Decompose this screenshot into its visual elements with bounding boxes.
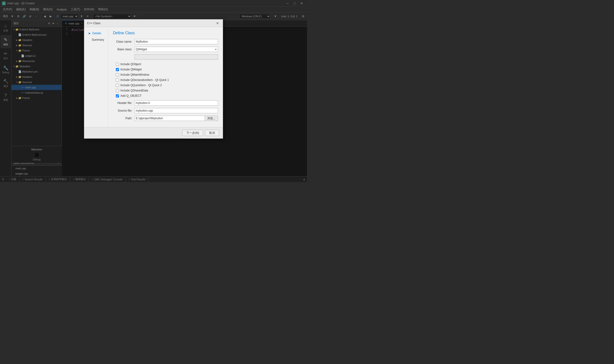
header-file-label: Header file: [113, 101, 135, 105]
checkbox-qmainwindow-label: Include QMainWindow [120, 73, 149, 76]
nav-summary-label: Summary [92, 38, 104, 41]
checkbox-qdeclarative: Include QDeclarativeItem - Qt Quick 1 [114, 78, 217, 82]
checkbox-qshareddata-input[interactable] [116, 89, 119, 92]
dialog-titlebar: C++ Class ✕ [84, 19, 223, 27]
checkbox-qmainwindow-input[interactable] [116, 73, 119, 76]
dialog-title: C++ Class [87, 22, 215, 25]
source-file-label: Source file: [113, 109, 135, 112]
cancel-button[interactable]: 取消 [205, 130, 219, 136]
checkbox-qwidget-input[interactable] [116, 68, 119, 71]
base-class-label: Base class: [113, 48, 135, 51]
path-label: Path: [113, 117, 135, 120]
class-name-label: Class name: [113, 40, 135, 43]
checkbox-qmainwindow: Include QMainWindow [114, 73, 217, 76]
dialog-nav-summary[interactable]: Summary [84, 37, 108, 43]
checkbox-qobject: Include QObject [114, 63, 217, 66]
nav-arrow-icon: ➤ [88, 31, 91, 35]
base-class-row: Base class: QWidget QObject QMainWindow … [113, 47, 218, 52]
cpp-class-dialog: C++ Class ✕ ➤ Details Summary Define Cla… [84, 19, 223, 139]
dialog-section-title: Define Class [113, 31, 218, 35]
dialog-body: ➤ Details Summary Define Class Class nam… [84, 27, 223, 127]
checkbox-qdeclarative-input[interactable] [116, 78, 119, 82]
checkbox-qquickitem-input[interactable] [116, 84, 119, 87]
gray-input-row [113, 54, 218, 60]
checkbox-qobject-macro: Add Q_OBJECT [114, 94, 217, 97]
checkbox-qshareddata: Include QSharedData [114, 89, 217, 92]
base-class-select[interactable]: QWidget QObject QMainWindow QDialog [135, 47, 218, 52]
class-name-row: Class name: [113, 39, 218, 44]
checkbox-qquickitem: Include QQuickItem - Qt Quick 2 [114, 84, 217, 87]
checkbox-qobject-macro-label: Add Q_OBJECT [120, 94, 141, 97]
checkbox-qwidget-label: Include QWidget [120, 68, 142, 71]
browse-button[interactable]: 浏览... [205, 116, 218, 121]
dialog-content: Define Class Class name: Base class: QWi… [108, 27, 223, 127]
dialog-footer: 下一步(N) 取消 [84, 127, 223, 138]
path-row: Path: 浏览... [113, 116, 218, 121]
checkbox-qobject-macro-input[interactable] [116, 94, 119, 97]
nav-details-label: Details [92, 32, 101, 35]
checkbox-qobject-label: Include QObject [120, 63, 141, 66]
dialog-nav: ➤ Details Summary [84, 27, 108, 127]
header-file-input[interactable] [135, 100, 218, 106]
source-file-row: Source file: [113, 108, 218, 113]
checkbox-qobject-input[interactable] [116, 63, 119, 66]
checkboxes-section: Include QObject Include QWidget Include … [113, 63, 218, 97]
path-input[interactable] [135, 116, 205, 121]
checkbox-qquickitem-label: Include QQuickItem - Qt Quick 2 [120, 84, 162, 87]
gray-input [135, 54, 218, 60]
dialog-nav-details[interactable]: ➤ Details [84, 30, 108, 37]
checkbox-qwidget: Include QWidget [114, 68, 217, 71]
checkbox-qdeclarative-label: Include QDeclarativeItem - Qt Quick 1 [120, 78, 169, 82]
base-class-select-wrapper: QWidget QObject QMainWindow QDialog ▼ [135, 47, 218, 52]
dialog-close-button[interactable]: ✕ [215, 21, 220, 26]
checkbox-qshareddata-label: Include QSharedData [120, 89, 148, 92]
dialog-overlay: C++ Class ✕ ➤ Details Summary Define Cla… [0, 0, 307, 182]
header-file-row: Header file: [113, 100, 218, 106]
next-button[interactable]: 下一步(N) [182, 130, 203, 136]
class-name-input[interactable] [135, 39, 218, 44]
source-file-input[interactable] [135, 108, 218, 113]
